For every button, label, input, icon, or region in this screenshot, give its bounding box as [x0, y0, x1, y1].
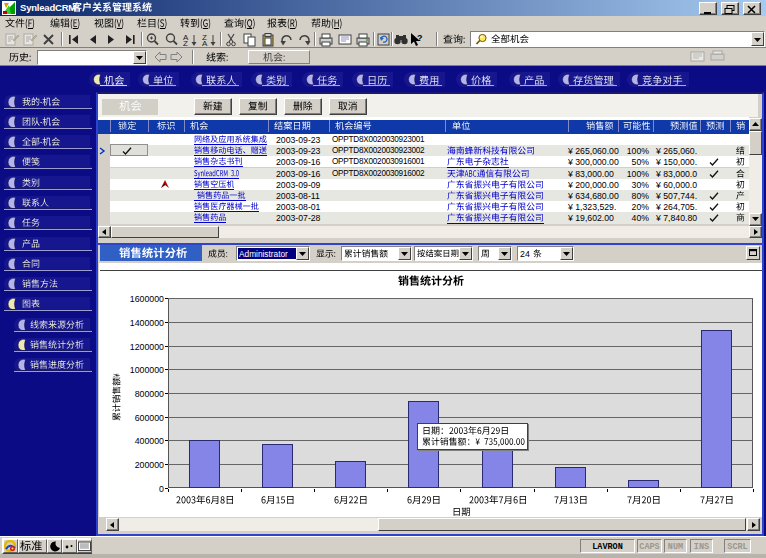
svg-text:Z: Z	[183, 39, 188, 47]
svg-text:?: ?	[417, 33, 423, 43]
svg-text:A: A	[202, 39, 208, 47]
